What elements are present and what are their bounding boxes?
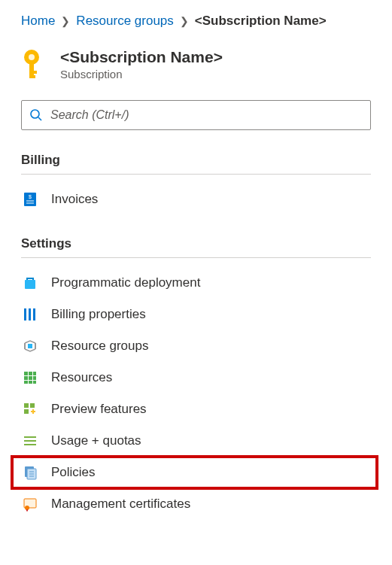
divider	[21, 257, 371, 258]
svg-rect-13	[29, 308, 31, 320]
sidebar-item-policies[interactable]: Policies	[21, 457, 371, 488]
sidebar-item-label: Policies	[51, 465, 96, 480]
sidebar-item-label: Usage + quotas	[51, 433, 141, 448]
svg-rect-27	[24, 409, 29, 414]
divider	[21, 174, 371, 175]
page-title: <Subscription Name>	[60, 48, 223, 66]
svg-rect-11	[25, 280, 35, 289]
page-subtitle: Subscription	[60, 68, 223, 80]
breadcrumb-resource-groups[interactable]: Resource groups	[76, 14, 173, 29]
svg-point-1	[29, 54, 35, 60]
sidebar-item-resources[interactable]: Resources	[21, 362, 371, 393]
svg-rect-17	[29, 372, 32, 375]
sidebar-item-label: Resources	[51, 370, 112, 385]
sidebar-item-programmatic-deployment[interactable]: Programmatic deployment	[21, 267, 371, 299]
resource-groups-icon	[23, 339, 38, 354]
search-input[interactable]	[21, 100, 371, 130]
settings-section-title: Settings	[21, 236, 371, 257]
sidebar-item-resource-groups[interactable]: Resource groups	[21, 330, 371, 362]
sidebar-item-label: Billing properties	[51, 307, 146, 322]
svg-rect-14	[33, 308, 35, 320]
preview-features-icon	[23, 402, 38, 417]
certificates-icon	[23, 497, 38, 512]
svg-text:$: $	[29, 194, 32, 199]
svg-rect-22	[24, 381, 28, 384]
sidebar-item-preview-features[interactable]: Preview features	[21, 393, 371, 425]
svg-rect-18	[33, 372, 36, 375]
breadcrumb: Home ❯ Resource groups ❯ <Subscription N…	[21, 14, 371, 29]
svg-rect-21	[33, 376, 36, 380]
key-icon	[21, 48, 47, 78]
svg-rect-30	[24, 444, 36, 445]
invoices-icon: $	[23, 192, 38, 207]
search-container	[21, 100, 371, 130]
svg-rect-25	[24, 403, 29, 408]
svg-rect-26	[30, 403, 35, 408]
usage-quotas-icon	[23, 433, 38, 448]
chevron-right-icon: ❯	[61, 15, 70, 27]
sidebar-item-label: Programmatic deployment	[51, 275, 200, 290]
svg-rect-4	[29, 75, 35, 78]
svg-rect-24	[33, 381, 36, 384]
sidebar-item-invoices[interactable]: $ Invoices	[21, 184, 371, 215]
billing-section-title: Billing	[21, 153, 371, 174]
policies-icon	[23, 465, 38, 480]
svg-rect-12	[24, 308, 26, 320]
sidebar-item-usage-quotas[interactable]: Usage + quotas	[21, 425, 371, 457]
sidebar-item-label: Invoices	[51, 192, 98, 207]
svg-rect-2	[29, 63, 34, 77]
sidebar-item-billing-properties[interactable]: Billing properties	[21, 299, 371, 330]
svg-rect-19	[24, 376, 28, 380]
billing-properties-icon	[23, 307, 38, 322]
svg-rect-20	[29, 376, 32, 380]
breadcrumb-current: <Subscription Name>	[195, 14, 327, 29]
chevron-right-icon: ❯	[180, 15, 189, 27]
resources-icon	[23, 370, 38, 385]
settings-section: Settings Programmatic deployment Billing…	[21, 236, 371, 520]
svg-rect-28	[24, 436, 36, 438]
breadcrumb-home[interactable]: Home	[21, 14, 55, 29]
sidebar-item-label: Resource groups	[51, 339, 148, 354]
sidebar-item-label: Management certificates	[51, 497, 190, 512]
svg-rect-3	[29, 71, 37, 74]
sidebar-item-management-certificates[interactable]: Management certificates	[21, 488, 371, 520]
svg-rect-15	[28, 344, 32, 348]
svg-rect-16	[24, 372, 28, 375]
deployment-icon	[23, 275, 38, 290]
billing-section: Billing $ Invoices	[21, 153, 371, 215]
sidebar-item-label: Preview features	[51, 402, 147, 417]
page-header: <Subscription Name> Subscription	[21, 48, 371, 80]
svg-rect-23	[29, 381, 32, 384]
svg-rect-29	[24, 440, 36, 442]
